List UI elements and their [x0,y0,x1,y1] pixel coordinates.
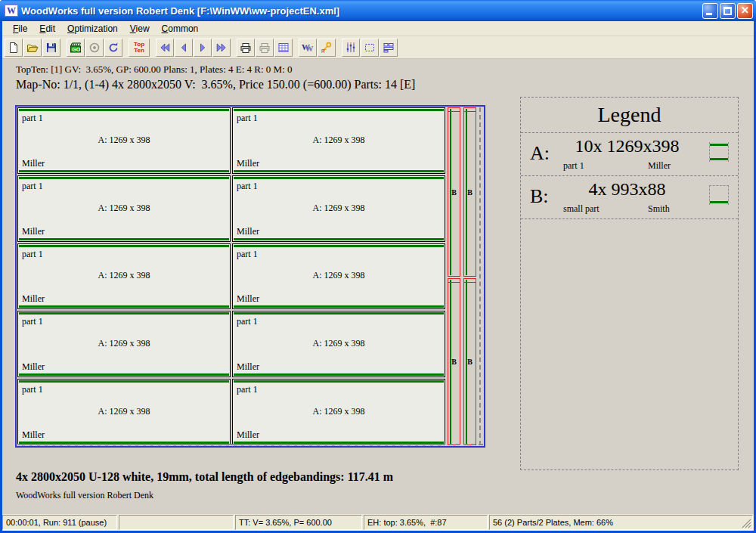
legend-part-name: part 1 [563,160,584,172]
part-size: A: 1269 x 398 [18,135,230,146]
restart-button[interactable] [104,39,122,57]
part-name: part 1 [237,181,258,192]
first-plan-button[interactable] [156,39,174,57]
edgeband-top [234,245,444,247]
cutting-plan-plate[interactable]: part 1 A: 1269 x 398 Miller part 1 A: 12… [15,105,485,448]
license-key-icon: R [321,42,333,54]
status-bar: 00:00:01, Run: 911 (pause) TT: V= 3.65%,… [2,514,754,531]
license-key-button[interactable]: R [318,39,336,57]
part-a-cell[interactable]: part 1 A: 1269 x 398 Miller [232,175,445,242]
print-preview-icon [259,42,271,54]
part-size: A: 1269 x 398 [233,135,445,146]
part-customer: Miller [237,361,259,373]
part-b-strip[interactable]: B [463,107,476,277]
topten-button[interactable]: TopTen [129,39,150,57]
part-customer: Miller [237,429,259,441]
part-customer: Miller [237,158,259,169]
part-b-strip[interactable]: B [448,107,460,277]
part-size: A: 1269 x 398 [233,406,445,417]
status-empty [119,515,234,530]
close-icon: ✕ [738,5,752,16]
legend-row-b[interactable]: B: 4x 993x88 small part Smith [521,176,738,219]
minimize-button[interactable] [702,3,718,19]
maximize-button[interactable] [720,3,736,19]
restart-icon [107,42,119,54]
part-name: part 1 [237,316,258,327]
part-a-cell[interactable]: part 1 A: 1269 x 398 Miller [17,243,231,310]
part-size: A: 1269 x 398 [18,406,230,417]
part-a-cell[interactable]: part 1 A: 1269 x 398 Miller [232,311,445,377]
woodworks-icon: WW [302,42,314,54]
part-name: part 1 [22,384,43,395]
save-button[interactable] [42,39,60,57]
close-button[interactable]: ✕ [737,3,753,19]
open-file-button[interactable] [23,39,42,57]
maximize-icon [723,7,732,15]
menu-view[interactable]: View [124,22,156,36]
menu-edit[interactable]: Edit [33,22,61,36]
svg-text:GO: GO [72,46,80,51]
title-bar[interactable]: W WoodWorks full version Robert Denk [F:… [0,0,756,21]
part-customer: Miller [22,293,45,305]
first-plan-icon [159,42,171,54]
edgeband-bottom [19,373,229,376]
edgeband-bottom [234,373,444,376]
woodworks-info-button[interactable]: WW [299,39,317,57]
menu-file[interactable]: File [7,22,33,36]
part-a-cell[interactable]: part 1 A: 1269 x 398 Miller [17,175,231,242]
table-view-button[interactable] [274,39,293,57]
part-a-cell[interactable]: part 1 A: 1269 x 398 Miller [232,107,445,174]
start-optimization-go-icon: GO [70,42,82,54]
edgeband-top [234,312,444,315]
part-size: A: 1269 x 398 [18,270,230,281]
selection-icon [364,42,376,54]
part-size: A: 1269 x 398 [233,202,445,213]
part-a-cell[interactable]: part 1 A: 1269 x 398 Miller [17,379,231,445]
previous-plan-button[interactable] [175,39,193,57]
print-button[interactable] [237,39,255,57]
table-icon [277,42,290,54]
edgeband-left [450,280,451,444]
part-customer: Miller [22,226,45,237]
stop-record-button[interactable] [85,39,104,57]
edgeband-left [466,109,467,275]
new-document-button[interactable] [5,39,23,57]
menu-bar: File Edit Optimization View Common [2,21,754,36]
print-preview-button[interactable] [256,39,274,57]
part-a-cell[interactable]: part 1 A: 1269 x 398 Miller [232,243,445,310]
edgeband-bottom [234,170,444,172]
part-a-cell[interactable]: part 1 A: 1269 x 398 Miller [232,379,445,445]
part-a-cell[interactable]: part 1 A: 1269 x 398 Miller [17,107,231,174]
part-customer: Miller [237,293,259,305]
print-icon [240,42,252,54]
edgeband-top [19,245,229,247]
part-a-cell[interactable]: part 1 A: 1269 x 398 Miller [17,311,231,377]
app-logo-icon: W [5,5,18,17]
status-parts-mem-text: 56 (2) Parts/2 Plates, Mem: 66% [493,518,613,527]
edgeband-top [19,380,229,383]
plates-layout-button[interactable] [380,39,398,57]
strip-label: B [451,188,457,197]
legend-row-a[interactable]: A: 10x 1269x398 part 1 Miller [521,133,738,176]
start-optimization-button[interactable]: GO [67,39,85,57]
status-eh: EH: top: 3.65%, #:87 [364,515,488,530]
part-b-strip[interactable]: B [463,278,476,445]
parts-grid: part 1 A: 1269 x 398 Miller part 1 A: 12… [17,107,445,445]
selection-button[interactable] [361,39,379,57]
edgeband-top [234,177,444,179]
strip-offcut-line [448,111,460,112]
last-plan-button[interactable] [212,39,231,57]
part-name: part 1 [22,249,43,260]
edgeband-left [450,109,451,275]
plate-waste-trim-right [479,107,481,445]
part-name: part 1 [237,113,258,124]
parameters-button[interactable] [342,39,360,57]
part-b-strip[interactable]: B [448,278,460,445]
resize-grip-icon[interactable] [742,519,751,528]
next-plan-button[interactable] [194,39,212,57]
minimize-icon [706,13,712,15]
menu-common[interactable]: Common [156,22,205,36]
next-plan-icon [197,42,209,54]
menu-optimization[interactable]: Optimization [61,22,124,36]
parameters-icon [345,42,357,54]
